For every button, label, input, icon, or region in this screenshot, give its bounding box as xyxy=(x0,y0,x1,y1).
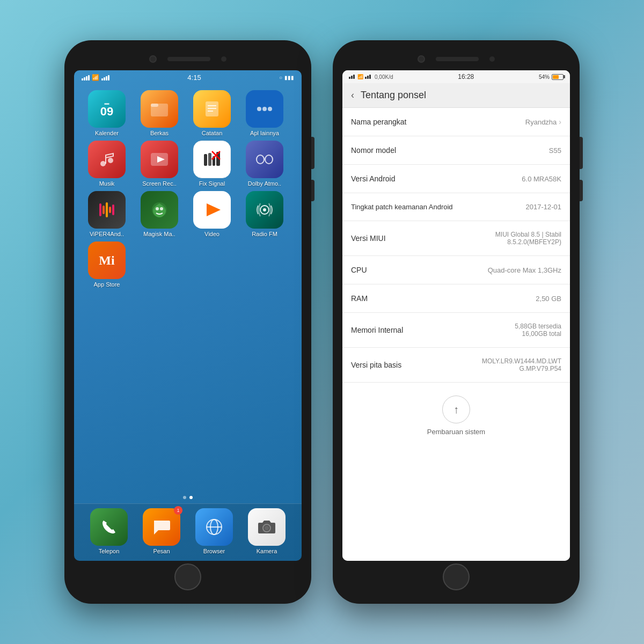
battery-icon-right xyxy=(552,74,564,80)
settings-key-patch: Tingkat patch keamanan Android xyxy=(351,203,526,211)
svg-marker-29 xyxy=(207,203,221,216)
settings-key-ram: RAM xyxy=(351,294,536,303)
back-button[interactable]: ‹ xyxy=(351,90,354,101)
app-magisk[interactable]: Magisk Ma.. xyxy=(135,191,184,237)
svg-rect-20 xyxy=(265,155,273,164)
arrow-icon-nama: › xyxy=(559,118,561,126)
svg-rect-24 xyxy=(109,207,111,213)
update-section: ↑ Pembaruan sistem xyxy=(342,383,570,449)
right-screen: 📶 0,00K/d 16:28 54% xyxy=(342,70,570,561)
signal-icon xyxy=(82,75,90,80)
aplainnya-label: Apl lainnya xyxy=(250,130,279,136)
app-fixsignal[interactable]: Fix Signal xyxy=(188,141,236,187)
radiofm-icon xyxy=(246,191,283,229)
screenrec-label: Screen Rec.. xyxy=(142,180,177,187)
right-status-bar: 📶 0,00K/d 16:28 54% xyxy=(342,70,570,83)
app-viper[interactable]: ViPER4And.. xyxy=(83,191,131,237)
apps-row-1: ▬ 09 Kalender Berkas xyxy=(83,90,293,136)
dock-telepon[interactable]: Telepon xyxy=(85,508,133,554)
fixsignal-icon xyxy=(193,141,231,178)
speaker-left xyxy=(167,57,210,61)
app-musik[interactable]: Musik xyxy=(83,141,131,187)
magisk-icon xyxy=(141,191,178,229)
sensor-left xyxy=(221,56,226,62)
app-screenrec[interactable]: Screen Rec.. xyxy=(135,141,184,187)
settings-val-nama: Ryandzha xyxy=(525,118,557,126)
settings-header: ‹ Tentang ponsel xyxy=(342,83,570,108)
svg-point-28 xyxy=(160,207,163,210)
app-radiofm[interactable]: Radio FM xyxy=(240,191,289,237)
left-status-bar: 📶 4:15 ○ ▮▮▮ xyxy=(74,70,302,85)
svg-rect-14 xyxy=(208,153,211,166)
svg-rect-19 xyxy=(257,155,264,164)
screenrec-icon xyxy=(141,141,178,178)
home-button-left[interactable] xyxy=(174,564,201,590)
settings-val-ram: 2,50 GB xyxy=(536,295,561,303)
sensor-right xyxy=(489,56,495,62)
front-camera-left xyxy=(149,55,157,63)
settings-key-miui: Versi MIUI xyxy=(351,234,495,243)
svg-point-31 xyxy=(263,208,266,211)
header-title: Tentang ponsel xyxy=(361,90,426,101)
svg-point-27 xyxy=(156,207,159,210)
app-aplainnya[interactable]: Apl lainnya xyxy=(240,90,289,136)
app-kalender[interactable]: ▬ 09 Kalender xyxy=(83,90,131,136)
settings-item-miui: Versi MIUI MIUI Global 8.5 | Stabil8.5.2… xyxy=(342,221,570,256)
catatan-icon xyxy=(193,90,231,128)
battery-percent: 54% xyxy=(539,74,550,80)
browser-label: Browser xyxy=(203,548,225,554)
settings-item-nama[interactable]: Nama perangkat Ryandzha › xyxy=(342,108,570,136)
right-phone: 📶 0,00K/d 16:28 54% xyxy=(333,40,580,604)
settings-key-model: Nomor model xyxy=(351,146,549,155)
update-button[interactable]: ↑ xyxy=(442,396,470,423)
viper-label: ViPER4And.. xyxy=(90,231,124,237)
video-icon xyxy=(193,191,231,229)
right-phone-top xyxy=(342,51,570,67)
svg-point-7 xyxy=(262,107,267,111)
settings-val-pita: MOLY.LR9.W1444.MD.LWTG.MP.V79.P54 xyxy=(482,357,561,372)
dock-kamera[interactable]: Kamera xyxy=(243,508,291,554)
home-button-right[interactable] xyxy=(443,564,470,590)
svg-rect-23 xyxy=(106,202,108,217)
settings-key-pita: Versi pita basis xyxy=(351,361,482,369)
svg-point-6 xyxy=(257,107,261,111)
app-catatan[interactable]: Catatan xyxy=(188,90,236,136)
right-time: 16:28 xyxy=(458,73,474,80)
appstore-label: App Store xyxy=(94,281,120,288)
settings-item-cpu: CPU Quad-core Max 1,3GHz xyxy=(342,256,570,284)
apps-row-4: Mi App Store xyxy=(83,241,293,288)
app-dolby[interactable]: Dolby Atmo.. xyxy=(240,141,289,187)
svg-point-10 xyxy=(108,158,113,163)
right-wifi-icon: 📶 xyxy=(357,74,363,79)
app-appstore[interactable]: Mi App Store xyxy=(83,241,131,288)
settings-list: Nama perangkat Ryandzha › Nomor model S5… xyxy=(342,108,570,561)
app-berkas[interactable]: Berkas xyxy=(135,90,184,136)
dot-2 xyxy=(189,496,193,499)
viper-icon xyxy=(88,191,126,229)
settings-val-patch: 2017-12-01 xyxy=(526,203,562,211)
berkas-label: Berkas xyxy=(150,130,169,136)
pesan-icon: 1 xyxy=(143,508,180,546)
svg-rect-13 xyxy=(204,154,207,166)
svg-rect-21 xyxy=(99,203,101,216)
dock-pesan[interactable]: 1 Pesan xyxy=(137,508,186,554)
settings-val-model: S55 xyxy=(549,147,561,155)
left-phone-top xyxy=(74,51,302,67)
settings-item-android: Versi Android 6.0 MRA58K xyxy=(342,165,570,193)
video-label: Video xyxy=(204,231,219,237)
left-screen: 📶 4:15 ○ ▮▮▮ ▬ xyxy=(74,70,302,561)
musik-icon xyxy=(88,141,126,178)
settings-val-memori: 5,88GB tersedia16,00GB total xyxy=(515,323,561,338)
settings-val-miui: MIUI Global 8.5 | Stabil8.5.2.0(MBFEY2P) xyxy=(495,231,561,246)
update-label: Pembaruan sistem xyxy=(427,428,485,436)
left-phone: 📶 4:15 ○ ▮▮▮ ▬ xyxy=(64,40,311,604)
kamera-icon xyxy=(248,508,286,546)
left-phone-bottom xyxy=(74,561,302,593)
front-camera-right xyxy=(418,55,425,63)
settings-val-android: 6.0 MRA58K xyxy=(522,175,561,183)
dock-browser[interactable]: Browser xyxy=(190,508,238,554)
app-video[interactable]: Video xyxy=(188,191,236,237)
settings-val-cpu: Quad-core Max 1,3GHz xyxy=(488,266,561,274)
data-speed: 0,00K/d xyxy=(375,74,393,80)
settings-item-model: Nomor model S55 xyxy=(342,136,570,165)
